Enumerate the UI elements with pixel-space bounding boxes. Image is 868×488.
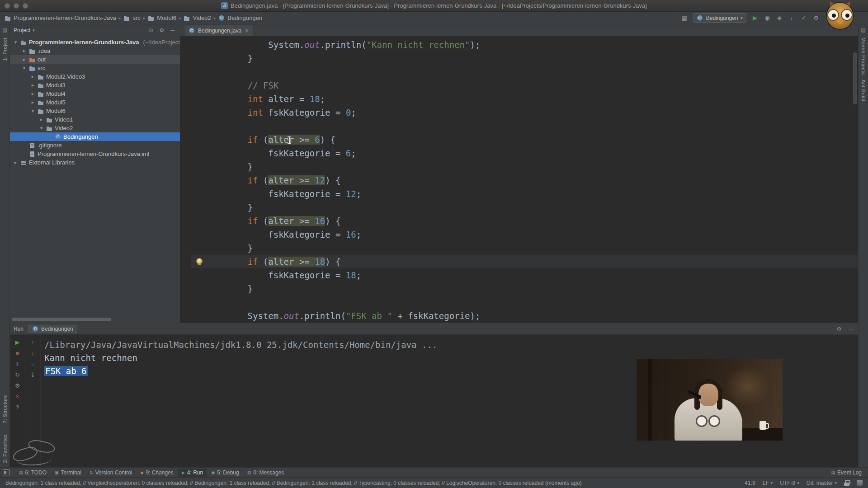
tree-item-out[interactable]: out — [10, 55, 180, 64]
messages-icon: ▥ — [247, 470, 251, 475]
stripe-button-2-favorites[interactable]: 2: Favorites — [2, 434, 8, 463]
tree-item-video1[interactable]: Video1 — [10, 115, 180, 124]
run-button[interactable]: ▶ — [751, 14, 759, 21]
project-panel-title[interactable]: Project — [14, 27, 30, 33]
close-button[interactable]: × — [14, 393, 22, 400]
hide-panel-button[interactable]: ─ — [847, 326, 854, 332]
tree-item-src[interactable]: src — [10, 64, 180, 72]
view-layout-icon[interactable]: ▦ — [680, 14, 689, 21]
stripe-button-7-structure[interactable]: 7: Structure — [2, 395, 8, 423]
tree-item-programmieren-lernen-grundkurs-java-iml[interactable]: Programmieren-lernen-Grundkurs-Java.iml — [10, 150, 180, 158]
close-icon[interactable] — [245, 27, 249, 34]
status-line-ending[interactable]: LF — [763, 480, 773, 486]
tree-arrow-closed-icon[interactable] — [30, 99, 36, 105]
code-area[interactable]: } else { System.out.println("Kann nicht … — [191, 36, 858, 323]
next-trace-button[interactable]: ↓ — [29, 349, 37, 357]
toolwindow-button-terminal[interactable]: ▣Terminal — [51, 469, 85, 477]
tree-arrow-closed-icon[interactable] — [30, 74, 36, 80]
rerun-button[interactable]: ▶ — [14, 338, 22, 346]
tree-item-programmieren-lernen-grundkurs-java[interactable]: Programmieren-lernen-Grundkurs-Java(~/Id… — [10, 38, 180, 47]
settings-gear-icon[interactable]: ⚙ — [812, 14, 820, 21]
breadcrumb-item-bedingungen[interactable]: Bedingungen — [218, 14, 262, 21]
coverage-button[interactable]: ◈ — [775, 14, 783, 21]
breadcrumb-item-video2[interactable]: Video2 — [184, 14, 211, 21]
tree-item-modul4[interactable]: Modul4 — [10, 89, 180, 98]
tab-bedingungen-java[interactable]: Bedingungen.java — [184, 25, 253, 36]
tree-item-modul2-video3[interactable]: Modul2.Video3 — [10, 72, 180, 81]
tree-item-modul6[interactable]: Modul6 — [10, 107, 180, 115]
tree-arrow-open-icon[interactable] — [38, 125, 44, 131]
tree-arrow-closed-icon[interactable] — [30, 91, 36, 97]
breadcrumb-separator-icon — [143, 16, 146, 20]
toolwindow-button-4-run[interactable]: ▶4: Run — [178, 469, 207, 477]
toolwindow-switcher-icon[interactable] — [3, 469, 10, 475]
scroll-from-source-button[interactable]: ⊙ — [147, 27, 155, 33]
code-line: } — [191, 282, 858, 296]
debug-icon: ◉ — [211, 470, 215, 475]
java-file-icon — [221, 2, 228, 9]
tree-item-label: src — [38, 65, 45, 71]
breadcrumb-label: Video2 — [193, 14, 211, 21]
vcs-commit-button[interactable]: ✓ — [800, 14, 808, 21]
tree-arrow-closed-icon[interactable] — [21, 48, 27, 54]
status-encoding[interactable]: UTF-8 — [780, 480, 799, 486]
stripe-button-maven-projects[interactable]: Maven Projects — [861, 38, 866, 75]
lock-icon[interactable] — [844, 480, 849, 486]
debug-button[interactable]: ◉ — [763, 14, 771, 21]
intention-bulb-icon[interactable] — [197, 258, 202, 264]
status-git-branch[interactable]: Git: master — [807, 480, 837, 486]
tree-arrow-closed-icon[interactable] — [13, 160, 19, 165]
run-tab-bedingungen[interactable]: Bedingungen — [28, 325, 77, 333]
breadcrumb-item-modul6[interactable]: Modul6 — [148, 14, 176, 21]
breadcrumb-item-src[interactable]: src — [123, 14, 140, 21]
tree-arrow-closed-icon[interactable] — [30, 82, 36, 88]
vcs-update-button[interactable]: ↓ — [788, 14, 796, 21]
toolwindow-button-5-debug[interactable]: ◉5: Debug — [208, 469, 243, 477]
tree-arrow-open-icon[interactable] — [30, 108, 36, 114]
run-tab-label: Bedingungen — [41, 326, 73, 332]
pause-output-button[interactable]: ‖ — [14, 360, 22, 367]
toolwindow-button-0-messages[interactable]: ▥0: Messages — [244, 469, 288, 477]
toolwindow-button-event-log[interactable]: ▤Event Log — [827, 469, 865, 477]
tree-arrow-closed-icon[interactable] — [21, 56, 27, 62]
tree-arrow-closed-icon[interactable] — [38, 117, 44, 122]
window-title-wrap: Bedingungen.java - [Programmieren-lernen… — [0, 2, 868, 9]
toolwindow-button-label: 5: Debug — [217, 469, 239, 476]
stripe-button-project[interactable]: 1: Project — [2, 38, 8, 61]
run-config-select[interactable]: Bedingungen — [693, 13, 746, 23]
help-button[interactable]: ? — [14, 404, 22, 411]
stop-button[interactable]: ■ — [14, 349, 22, 357]
hide-project-button[interactable]: ─ — [169, 27, 176, 33]
project-hscrollbar[interactable] — [12, 318, 111, 321]
breadcrumb-item-programmieren-lernen-grundkurs-java[interactable]: Programmieren-lernen-Grundkurs-Java — [5, 14, 116, 21]
tree-item-external-libraries[interactable]: External Libraries — [10, 158, 180, 167]
tree-item-modul3[interactable]: Modul3 — [10, 81, 180, 89]
tree-item-label: .idea — [38, 47, 50, 54]
project-tree[interactable]: Programmieren-lernen-Grundkurs-Java(~/Id… — [10, 36, 180, 323]
tree-item-gitignore[interactable]: .gitignore — [10, 141, 180, 150]
soft-wrap-button[interactable]: ≡ — [29, 360, 37, 367]
console-settings-button[interactable]: ⚙ — [835, 326, 843, 332]
status-caret-position[interactable]: 41:9 — [745, 480, 755, 486]
tree-item-video2[interactable]: Video2 — [10, 124, 180, 132]
file-icon — [29, 151, 36, 157]
package-icon — [38, 99, 44, 106]
editor-scrollbar[interactable] — [853, 52, 857, 104]
tree-arrow-open-icon[interactable] — [21, 65, 27, 71]
tree-item-bedingungen[interactable]: Bedingungen — [10, 132, 180, 141]
restore-layout-button[interactable]: ↻ — [14, 371, 22, 378]
tree-item-modul5[interactable]: Modul5 — [10, 98, 180, 107]
tree-item-label: Bedingungen — [63, 133, 98, 140]
scroll-end-button[interactable]: ↧ — [29, 371, 37, 378]
toolwindow-button-version-control[interactable]: ⇅Version Control — [86, 469, 136, 477]
prev-trace-button[interactable]: ↑ — [29, 338, 37, 346]
toolwindow-button-6-todo[interactable]: ▤6: TODO — [15, 469, 50, 477]
project-stripe-icon: ▤ — [2, 27, 7, 33]
run-settings-button[interactable]: ⚙ — [14, 382, 22, 389]
project-settings-button[interactable]: ⚙ — [158, 27, 165, 33]
stripe-button-ant-build[interactable]: Ant Build — [861, 80, 866, 102]
inspections-indicator-icon[interactable] — [857, 480, 863, 486]
tree-arrow-open-icon[interactable] — [13, 39, 19, 45]
toolwindow-button-9-changes[interactable]: ◆9: Changes — [137, 469, 177, 477]
tree-item-idea[interactable]: .idea — [10, 47, 180, 55]
